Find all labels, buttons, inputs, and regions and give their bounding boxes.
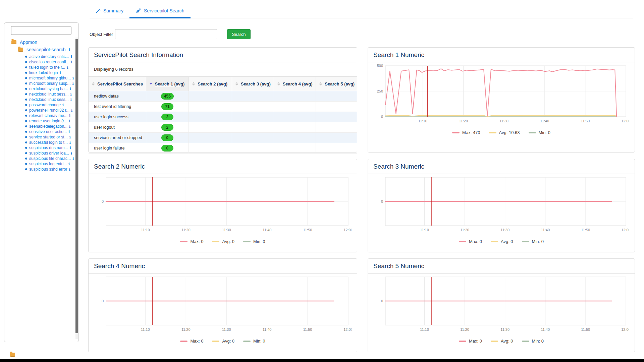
- value-cell: [232, 91, 274, 101]
- legend-label: Avg: 0: [501, 339, 513, 344]
- tree-item[interactable]: nextcloud syslog ba...ℹ: [4, 86, 78, 92]
- tab-summary[interactable]: Summary: [90, 5, 129, 18]
- tree-item[interactable]: seenabledelegation...ℹ: [4, 124, 78, 129]
- panel-title: Search 1 Numeric: [368, 48, 635, 62]
- tree-item[interactable]: microsoft binary susp...ℹ: [4, 81, 78, 86]
- tree-item[interactable]: suspicious driver loa...ℹ: [4, 150, 78, 156]
- info-icon[interactable]: ℹ: [69, 119, 70, 123]
- column-header-search1[interactable]: Search 1 (avg): [146, 77, 189, 91]
- chart-legend: Max: 0Avg: 0Min: 0: [373, 239, 629, 244]
- tab-bar: Summary Servicepilot Search: [90, 3, 633, 18]
- value-cell: [274, 102, 316, 112]
- tree-root-label: Appmon: [20, 40, 37, 45]
- tree-folder-servicepilot-search[interactable]: servicepilot-search ℹ: [18, 47, 70, 52]
- info-icon[interactable]: ℹ: [69, 146, 71, 150]
- tree-item[interactable]: password changeℹ: [4, 102, 78, 108]
- info-icon[interactable]: ℹ: [72, 157, 74, 161]
- tree-item[interactable]: active directory critic...ℹ: [4, 54, 78, 59]
- tree-item[interactable]: suspicious sshd errorℹ: [4, 167, 78, 172]
- legend-item: Avg: 0: [491, 239, 513, 244]
- legend-swatch: [459, 241, 466, 242]
- tree-item[interactable]: sensitive user actio...ℹ: [4, 129, 78, 134]
- table-row[interactable]: user login success2: [89, 112, 357, 122]
- tree-item[interactable]: successful login to t...ℹ: [4, 140, 78, 145]
- tree-item[interactable]: service started or st...ℹ: [4, 134, 78, 140]
- info-icon[interactable]: ℹ: [69, 48, 70, 52]
- tree-item[interactable]: suspicious file charac...ℹ: [4, 156, 78, 161]
- info-icon[interactable]: ℹ: [69, 114, 70, 118]
- status-badge: 0: [161, 134, 173, 141]
- info-icon[interactable]: ℹ: [72, 76, 74, 80]
- table-row[interactable]: user logout2: [89, 122, 357, 133]
- sort-icon: [235, 82, 238, 85]
- search-4-chart: 11:1011:2011:3011:4011:5012:000: [94, 274, 352, 334]
- info-icon[interactable]: ℹ: [70, 98, 71, 102]
- legend-label: Avg: 0: [501, 239, 513, 244]
- info-icon[interactable]: ℹ: [68, 162, 70, 166]
- info-icon[interactable]: ℹ: [68, 130, 70, 134]
- legend-item: Max: 0: [180, 339, 203, 344]
- legend-swatch: [459, 341, 466, 342]
- legend-swatch: [212, 341, 219, 342]
- info-icon[interactable]: ℹ: [70, 92, 71, 97]
- info-icon[interactable]: ℹ: [69, 135, 71, 139]
- search-name-cell: user login success: [89, 112, 146, 122]
- info-icon[interactable]: ℹ: [67, 65, 68, 70]
- svg-text:12:00: 12:00: [621, 119, 629, 123]
- info-icon[interactable]: ℹ: [69, 87, 71, 91]
- legend-label: Min: 0: [253, 239, 265, 244]
- info-icon[interactable]: ℹ: [71, 55, 72, 59]
- svg-text:11:50: 11:50: [581, 327, 590, 331]
- tree-root-appmon[interactable]: Appmon: [11, 39, 37, 45]
- tree-item[interactable]: cisco ios router confi...ℹ: [4, 59, 78, 65]
- info-icon[interactable]: ℹ: [62, 103, 64, 107]
- tree-item[interactable]: microsoft binary githu...ℹ: [4, 75, 78, 81]
- info-icon[interactable]: ℹ: [59, 71, 61, 75]
- sidebar-search-input[interactable]: [11, 26, 71, 35]
- tree-item[interactable]: remote user login (r...ℹ: [4, 118, 78, 124]
- object-filter-input[interactable]: [115, 29, 217, 39]
- column-header-search3[interactable]: Search 3 (avg): [232, 77, 274, 91]
- tree-items: active directory critic...ℹcisco ios rou…: [4, 54, 78, 172]
- search-button[interactable]: Search: [227, 29, 251, 39]
- column-header-search2[interactable]: Search 2 (avg): [189, 77, 232, 91]
- info-icon[interactable]: ℹ: [72, 81, 73, 86]
- tree-item[interactable]: failed login to the r...ℹ: [4, 65, 78, 70]
- column-header-search4[interactable]: Search 4 (avg): [274, 77, 316, 91]
- tree-item[interactable]: linux failed loginℹ: [4, 70, 78, 75]
- tree-item[interactable]: nextcloud linux sess...ℹ: [4, 97, 78, 102]
- tree-item[interactable]: powershell rundll32 r...ℹ: [4, 108, 78, 113]
- legend-swatch: [180, 241, 187, 242]
- tree-item[interactable]: relevant clamav me...ℹ: [4, 113, 78, 118]
- info-icon[interactable]: ℹ: [71, 151, 72, 156]
- chart-legend: Max: 0Avg: 0Min: 0: [94, 239, 352, 244]
- column-header-searches[interactable]: ServicePilot Searches: [89, 77, 146, 91]
- legend-label: Max: 0: [190, 339, 203, 344]
- tree-item[interactable]: suspicious dns nam...ℹ: [4, 145, 78, 150]
- tree-item[interactable]: nextcloud linux sess...ℹ: [4, 92, 78, 97]
- tree-item[interactable]: suspicious log entri...ℹ: [4, 161, 78, 167]
- table-row[interactable]: service started or stopped0: [89, 133, 357, 143]
- table-row[interactable]: user login failure0: [89, 143, 357, 154]
- svg-text:12:00: 12:00: [343, 228, 352, 232]
- tree-item-label: successful login to t...: [29, 140, 68, 145]
- info-icon[interactable]: ℹ: [71, 108, 72, 113]
- legend-swatch: [180, 341, 187, 342]
- sort-icon: [277, 82, 280, 85]
- table-row[interactable]: netflow datas455: [89, 91, 357, 102]
- legend-swatch: [491, 241, 498, 242]
- table-row[interactable]: test event id filtering71: [89, 102, 357, 112]
- tab-servicepilot-search[interactable]: Servicepilot Search: [129, 5, 191, 18]
- status-badge: 0: [161, 145, 173, 152]
- legend-label: Avg: 0: [222, 339, 234, 344]
- column-header-search5[interactable]: Search 5 (avg): [316, 77, 357, 91]
- search-4-numeric-panel: Search 4 Numeric 11:1011:2011:3011:4011:…: [88, 258, 357, 352]
- svg-text:0: 0: [102, 199, 104, 203]
- info-icon[interactable]: ℹ: [69, 124, 70, 129]
- folder-icon: [18, 48, 23, 52]
- value-cell: [316, 102, 357, 112]
- info-icon[interactable]: ℹ: [69, 140, 71, 145]
- info-icon[interactable]: ℹ: [71, 60, 72, 64]
- info-icon[interactable]: ℹ: [69, 167, 70, 172]
- sidebar-scrollbar-thumb[interactable]: [75, 39, 78, 333]
